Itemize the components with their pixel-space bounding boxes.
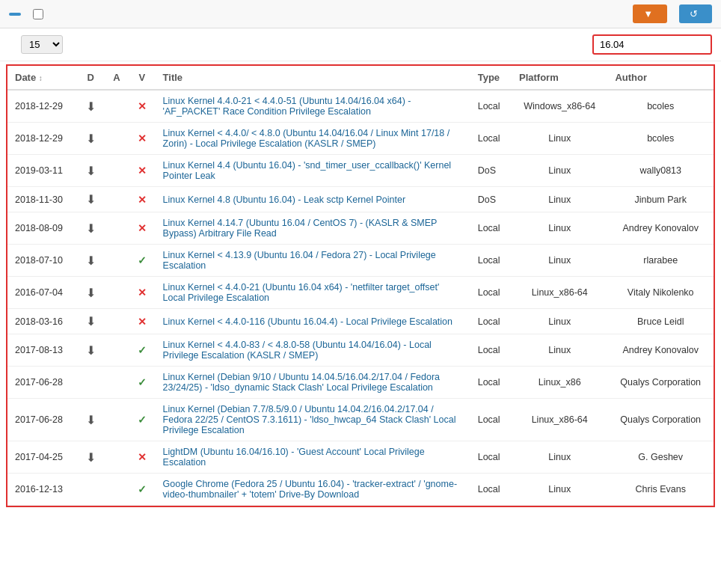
cell-date: 2018-12-29	[7, 123, 77, 155]
download-icon[interactable]: ⬇	[86, 193, 96, 206]
cell-download[interactable]: ⬇	[77, 123, 105, 155]
download-icon[interactable]: ⬇	[86, 254, 96, 267]
cell-author: Qualys Corporation	[607, 399, 714, 441]
cell-date: 2017-08-13	[7, 334, 77, 367]
cell-title[interactable]: Linux Kernel < 4.13.9 (Ubuntu 16.04 / Fe…	[156, 245, 470, 277]
cell-title[interactable]: LightDM (Ubuntu 16.04/16.10) - 'Guest Ac…	[156, 441, 470, 474]
download-icon[interactable]: ⬇	[86, 414, 96, 426]
cell-download[interactable]: ⬇	[77, 245, 105, 277]
cell-title[interactable]: Linux Kernel (Debian 9/10 / Ubuntu 14.04…	[156, 367, 470, 399]
cell-title[interactable]: Linux Kernel < 4.4.0/ < 4.8.0 (Ubuntu 14…	[156, 123, 470, 155]
cell-title[interactable]: Linux Kernel 4.4 (Ubuntu 16.04) - 'snd_t…	[156, 155, 470, 187]
cell-download[interactable]: ⬇	[77, 334, 105, 367]
table-row: 2018-07-10⬇✓Linux Kernel < 4.13.9 (Ubunt…	[7, 245, 714, 277]
cell-date: 2018-08-09	[7, 212, 77, 245]
filters-button[interactable]: ▼	[633, 4, 667, 23]
table-row: 2018-11-30⬇✕Linux Kernel 4.8 (Ubuntu 16.…	[7, 187, 714, 212]
cell-platform: Linux	[512, 212, 607, 245]
cell-author: bcoles	[607, 123, 714, 155]
table-row: 2017-06-28✓Linux Kernel (Debian 9/10 / U…	[7, 367, 714, 399]
cell-platform: Linux_x86	[512, 367, 607, 399]
cell-author: wally0813	[607, 155, 714, 187]
download-icon[interactable]: ⬇	[86, 344, 96, 357]
cell-title[interactable]: Linux Kernel < 4.4.0-21 (Ubuntu 16.04 x6…	[156, 277, 470, 309]
table-row: 2017-04-25⬇✕LightDM (Ubuntu 16.04/16.10)…	[7, 441, 714, 474]
cell-author: Vitaly Nikolenko	[607, 277, 714, 309]
has-app-checkbox[interactable]	[33, 9, 43, 19]
download-icon[interactable]: ⬇	[86, 100, 96, 113]
col-platform: Platform	[512, 66, 607, 90]
cell-title[interactable]: Linux Kernel 4.14.7 (Ubuntu 16.04 / Cent…	[156, 212, 470, 245]
col-v: V	[129, 66, 155, 90]
cell-type: Local	[470, 277, 512, 309]
cell-download[interactable]: ⬇	[77, 277, 105, 309]
cell-author: Andrey Konovalov	[607, 212, 714, 245]
cell-author: Andrey Konovalov	[607, 334, 714, 367]
cell-title[interactable]: Linux Kernel 4.4.0-21 < 4.4.0-51 (Ubuntu…	[156, 90, 470, 123]
reset-all-button[interactable]: ↺	[679, 4, 712, 23]
cell-a	[105, 245, 129, 277]
cell-download	[77, 474, 105, 506]
download-icon[interactable]: ⬇	[86, 165, 96, 177]
search-input[interactable]	[592, 34, 712, 55]
cell-author: bcoles	[607, 90, 714, 123]
cell-platform: Linux	[512, 334, 607, 367]
table-row: 2016-07-04⬇✕Linux Kernel < 4.4.0-21 (Ubu…	[7, 277, 714, 309]
cell-platform: Linux_x86-64	[512, 399, 607, 441]
check-icon: ✓	[138, 483, 147, 495]
col-type: Type	[470, 66, 512, 90]
has-app-checkbox-label[interactable]	[33, 9, 47, 19]
col-d: D	[77, 66, 105, 90]
cell-download[interactable]: ⬇	[77, 187, 105, 212]
show-select[interactable]: 10 15 25 50 100	[21, 35, 63, 54]
cell-platform: Linux	[512, 245, 607, 277]
cell-download[interactable]: ⬇	[77, 309, 105, 334]
cell-type: DoS	[470, 187, 512, 212]
cell-type: Local	[470, 90, 512, 123]
cell-platform: Linux	[512, 155, 607, 187]
cross-icon: ✕	[138, 451, 147, 463]
col-a: A	[105, 66, 129, 90]
table-row: 2018-12-29⬇✕Linux Kernel 4.4.0-21 < 4.4.…	[7, 90, 714, 123]
cell-platform: Linux	[512, 474, 607, 506]
cell-a	[105, 155, 129, 187]
cell-date: 2017-06-28	[7, 399, 77, 441]
download-icon[interactable]: ⬇	[86, 132, 96, 145]
cell-download[interactable]: ⬇	[77, 441, 105, 474]
cell-a	[105, 309, 129, 334]
cross-icon: ✕	[138, 165, 147, 177]
cell-title[interactable]: Linux Kernel < 4.4.0-83 / < 4.8.0-58 (Ub…	[156, 334, 470, 367]
cell-title[interactable]: Linux Kernel < 4.4.0-116 (Ubuntu 16.04.4…	[156, 309, 470, 334]
cell-author: Bruce Leidl	[607, 309, 714, 334]
cell-type: Local	[470, 212, 512, 245]
cell-download[interactable]: ⬇	[77, 399, 105, 441]
cell-verified: ✓	[129, 474, 155, 506]
filter-icon: ▼	[643, 8, 653, 19]
cell-date: 2019-03-11	[7, 155, 77, 187]
cell-verified: ✕	[129, 441, 155, 474]
download-icon[interactable]: ⬇	[86, 451, 96, 464]
cell-download[interactable]: ⬇	[77, 90, 105, 123]
cell-a	[105, 399, 129, 441]
cell-verified: ✓	[129, 245, 155, 277]
download-icon[interactable]: ⬇	[86, 287, 96, 299]
sort-arrow: ↕	[39, 74, 43, 82]
cross-icon: ✕	[138, 316, 147, 328]
download-icon[interactable]: ⬇	[86, 315, 96, 328]
cell-title[interactable]: Google Chrome (Fedora 25 / Ubuntu 16.04)…	[156, 474, 470, 506]
cell-download[interactable]: ⬇	[77, 155, 105, 187]
cell-verified: ✕	[129, 123, 155, 155]
cell-download[interactable]: ⬇	[77, 212, 105, 245]
cell-title[interactable]: Linux Kernel 4.8 (Ubuntu 16.04) - Leak s…	[156, 187, 470, 212]
cell-platform: Windows_x86-64	[512, 90, 607, 123]
cell-date: 2017-06-28	[7, 367, 77, 399]
cell-verified: ✕	[129, 212, 155, 245]
col-date[interactable]: Date ↕	[7, 66, 77, 90]
cross-icon: ✕	[138, 100, 147, 112]
cell-a	[105, 187, 129, 212]
cell-author: Chris Evans	[607, 474, 714, 506]
cell-author: Qualys Corporation	[607, 367, 714, 399]
cell-title[interactable]: Linux Kernel (Debian 7.7/8.5/9.0 / Ubunt…	[156, 399, 470, 441]
table-row: 2017-08-13⬇✓Linux Kernel < 4.4.0-83 / < …	[7, 334, 714, 367]
download-icon[interactable]: ⬇	[86, 222, 96, 235]
